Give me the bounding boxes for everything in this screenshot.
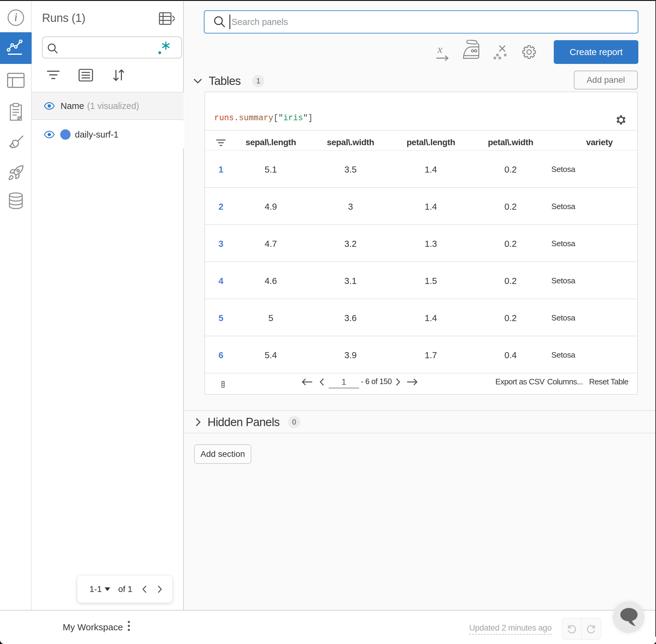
svg-text:x: x [437,43,442,55]
